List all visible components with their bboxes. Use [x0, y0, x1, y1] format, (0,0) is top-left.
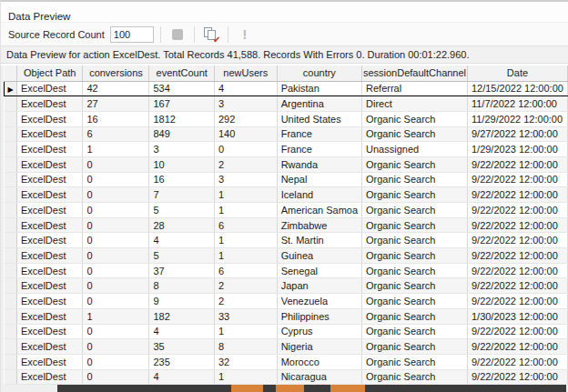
cell[interactable]: Organic Search	[362, 233, 468, 248]
cell[interactable]: 5	[149, 203, 214, 218]
cell[interactable]: Organic Search	[362, 248, 468, 264]
cell[interactable]: 8	[149, 278, 214, 294]
cell[interactable]: 3	[214, 96, 277, 112]
row-selector[interactable]	[5, 187, 17, 203]
cell[interactable]: 9/22/2022 12:00:00	[467, 354, 567, 369]
cell[interactable]: 0	[83, 354, 149, 369]
column-header-Object Path[interactable]: Object Path	[16, 65, 83, 81]
cell[interactable]: ExcelDest	[16, 324, 83, 339]
cell[interactable]: Japan	[277, 278, 361, 294]
cell[interactable]: 11/7/2022 12:00:00	[467, 96, 567, 112]
cell[interactable]: 140	[214, 126, 277, 142]
cell[interactable]: 0	[83, 324, 149, 339]
cell[interactable]: ExcelDest	[16, 248, 83, 264]
cell[interactable]: Organic Search	[362, 339, 468, 355]
cell[interactable]: 35	[149, 339, 214, 355]
cell[interactable]: Organic Search	[362, 369, 468, 385]
cell[interactable]: ExcelDest	[16, 217, 83, 233]
cell[interactable]: United States	[277, 111, 361, 126]
cell[interactable]: Organic Search	[362, 294, 468, 309]
cell[interactable]: 1/29/2023 12:00:00	[467, 142, 567, 157]
cell[interactable]: ExcelDest	[16, 263, 83, 278]
cell[interactable]: 9/22/2022 12:00:00	[467, 369, 567, 385]
row-selector[interactable]	[5, 278, 17, 294]
cell[interactable]: Organic Search	[362, 263, 468, 278]
row-selector[interactable]	[5, 324, 17, 339]
cell[interactable]: ExcelDest	[16, 156, 83, 172]
cell[interactable]: Nepal	[277, 172, 361, 187]
cell[interactable]: 4	[149, 324, 214, 339]
cell[interactable]: 534	[149, 81, 214, 96]
cell[interactable]: 32	[214, 354, 277, 369]
cell[interactable]: Morocco	[277, 354, 361, 369]
cell[interactable]: Organic Search	[362, 308, 468, 324]
cell[interactable]: 37	[149, 263, 214, 278]
cell[interactable]: 292	[214, 111, 277, 126]
cell[interactable]: 0	[83, 369, 149, 385]
cell[interactable]: 8	[214, 339, 277, 355]
cell[interactable]: 0	[83, 248, 149, 264]
source-record-count-input[interactable]	[110, 26, 154, 43]
column-header-conversions[interactable]: conversions	[83, 65, 149, 81]
column-header-newUsers[interactable]: newUsers	[214, 65, 277, 81]
cell[interactable]: 1	[214, 324, 277, 339]
row-selector[interactable]	[5, 369, 17, 385]
cell[interactable]: Cyprus	[277, 324, 361, 339]
cell[interactable]: 2	[214, 278, 277, 294]
cell[interactable]: ExcelDest	[16, 369, 83, 385]
cell[interactable]: 6	[214, 263, 277, 278]
cell[interactable]: 9/22/2022 12:00:00	[467, 324, 567, 339]
cell[interactable]: Guinea	[277, 248, 361, 264]
cell[interactable]: 0	[83, 263, 149, 278]
cell[interactable]: Iceland	[277, 187, 361, 203]
cell[interactable]: 1	[83, 308, 149, 324]
cell[interactable]: 0	[214, 142, 277, 157]
stop-button[interactable]	[167, 25, 188, 44]
row-selector[interactable]	[5, 294, 17, 309]
cell[interactable]: ExcelDest	[16, 203, 83, 218]
cell[interactable]: Organic Search	[362, 111, 468, 126]
row-selector[interactable]	[5, 111, 17, 126]
cell[interactable]: 0	[83, 187, 149, 203]
cell[interactable]: 1812	[149, 111, 214, 126]
cell[interactable]: 9/22/2022 12:00:00	[467, 233, 567, 248]
cell[interactable]: 0	[83, 233, 149, 248]
row-selector[interactable]	[5, 142, 17, 157]
cell[interactable]: Organic Search	[362, 278, 468, 294]
cell[interactable]: Argentina	[277, 96, 361, 112]
cell[interactable]: ExcelDest	[16, 111, 83, 126]
cell[interactable]: 2	[214, 294, 277, 309]
cell[interactable]: Rwanda	[277, 156, 361, 172]
cell[interactable]: 4	[149, 369, 214, 385]
cell[interactable]: 3	[214, 172, 277, 187]
cell[interactable]: ExcelDest	[16, 308, 83, 324]
cell[interactable]: Pakistan	[277, 81, 361, 96]
row-selector[interactable]	[5, 126, 17, 142]
cell[interactable]: 235	[149, 354, 214, 369]
cell[interactable]: 1	[214, 187, 277, 203]
cell[interactable]: 9/22/2022 12:00:00	[467, 172, 567, 187]
cell[interactable]: American Samoa	[277, 203, 361, 218]
cell[interactable]: 10	[149, 156, 214, 172]
cell[interactable]: 0	[83, 278, 149, 294]
cell[interactable]: 9/22/2022 12:00:00	[467, 203, 567, 218]
cell[interactable]: 9	[149, 294, 214, 309]
cell[interactable]: 0	[83, 203, 149, 218]
column-header-sessionDefaultChannel[interactable]: sessionDefaultChannel	[362, 65, 468, 81]
cell[interactable]: 1	[214, 203, 277, 218]
cell[interactable]: Organic Search	[362, 217, 468, 233]
cell[interactable]: 2	[214, 156, 277, 172]
cell[interactable]: Nigeria	[277, 339, 361, 355]
column-header-country[interactable]: country	[277, 65, 361, 81]
cell[interactable]: Organic Search	[362, 203, 468, 218]
row-selector[interactable]	[5, 96, 17, 112]
cell[interactable]: 33	[214, 308, 277, 324]
cell[interactable]: 42	[83, 81, 149, 96]
cell[interactable]: 9/22/2022 12:00:00	[467, 187, 567, 203]
cell[interactable]: 167	[149, 96, 214, 112]
cell[interactable]: 9/22/2022 12:00:00	[467, 278, 567, 294]
cell[interactable]: Referral	[362, 81, 468, 96]
cell[interactable]: ExcelDest	[16, 233, 83, 248]
cell[interactable]: 9/22/2022 12:00:00	[467, 156, 567, 172]
cell[interactable]: ExcelDest	[16, 81, 83, 96]
